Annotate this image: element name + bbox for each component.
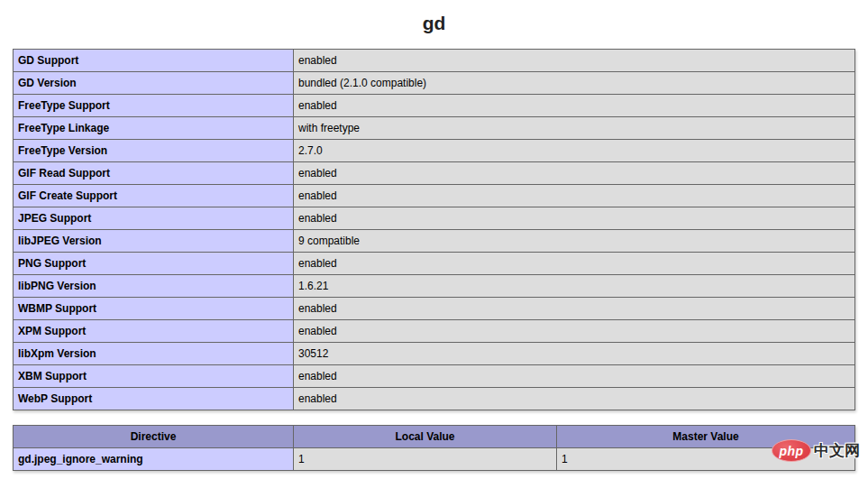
row-label: libPNG Version [14, 275, 294, 298]
table-row: WebP Support enabled [14, 388, 855, 410]
row-value: enabled [294, 162, 855, 185]
row-value: 2.7.0 [294, 140, 855, 162]
row-label: XPM Support [14, 320, 294, 343]
table-row: JPEG Support enabled [14, 207, 855, 230]
table-row: FreeType Support enabled [14, 95, 855, 117]
row-value: enabled [294, 388, 855, 410]
row-label: WebP Support [14, 388, 294, 410]
row-value: enabled [294, 320, 855, 343]
row-label: JPEG Support [14, 207, 294, 230]
row-value: enabled [294, 253, 855, 275]
row-label: GIF Read Support [14, 162, 294, 185]
table-row: GIF Create Support enabled [14, 185, 855, 207]
row-label: PNG Support [14, 253, 294, 275]
row-value: 30512 [294, 343, 855, 365]
php-logo-text: php [779, 445, 803, 457]
table-row: FreeType Version 2.7.0 [14, 140, 855, 162]
table-row: GD Version bundled (2.1.0 compatible) [14, 72, 855, 95]
gd-directives-table: Directive Local Value Master Value gd.jp… [13, 425, 855, 471]
php-logo-icon: php [772, 439, 811, 462]
directive-local-value: 1 [294, 448, 557, 471]
table-row: GD Support enabled [14, 50, 855, 72]
table-row: libXpm Version 30512 [14, 343, 855, 365]
row-label: libJPEG Version [14, 230, 294, 253]
directive-name: gd.jpeg_ignore_warning [14, 448, 294, 471]
row-value: with freetype [294, 117, 855, 140]
column-header-directive: Directive [14, 426, 294, 448]
row-value: enabled [294, 185, 855, 207]
row-label: XBM Support [14, 365, 294, 388]
table-row: XPM Support enabled [14, 320, 855, 343]
table-row: gd.jpeg_ignore_warning 1 1 [14, 448, 855, 471]
row-value: enabled [294, 207, 855, 230]
row-label: FreeType Support [14, 95, 294, 117]
watermark-site-name: 中文网 [814, 440, 860, 461]
table-row: libJPEG Version 9 compatible [14, 230, 855, 253]
row-label: FreeType Linkage [14, 117, 294, 140]
row-value: bundled (2.1.0 compatible) [294, 72, 855, 95]
table-header-row: Directive Local Value Master Value [14, 426, 855, 448]
row-label: libXpm Version [14, 343, 294, 365]
table-row: FreeType Linkage with freetype [14, 117, 855, 140]
row-value: enabled [294, 50, 855, 72]
table-row: XBM Support enabled [14, 365, 855, 388]
row-value: enabled [294, 365, 855, 388]
gd-info-table: GD Support enabled GD Version bundled (2… [13, 49, 855, 410]
table-row: GIF Read Support enabled [14, 162, 855, 185]
column-header-local-value: Local Value [294, 426, 557, 448]
table-row: WBMP Support enabled [14, 298, 855, 320]
row-label: FreeType Version [14, 140, 294, 162]
php-cn-watermark: php 中文网 [772, 439, 860, 462]
row-value: enabled [294, 95, 855, 117]
row-label: WBMP Support [14, 298, 294, 320]
table-row: libPNG Version 1.6.21 [14, 275, 855, 298]
table-row: PNG Support enabled [14, 253, 855, 275]
row-value: 9 compatible [294, 230, 855, 253]
row-value: enabled [294, 298, 855, 320]
page-title: gd [7, 13, 861, 34]
row-label: GIF Create Support [14, 185, 294, 207]
row-label: GD Support [14, 50, 294, 72]
phpinfo-gd-section: gd GD Support enabled GD Version bundled… [7, 13, 861, 471]
row-label: GD Version [14, 72, 294, 95]
row-value: 1.6.21 [294, 275, 855, 298]
